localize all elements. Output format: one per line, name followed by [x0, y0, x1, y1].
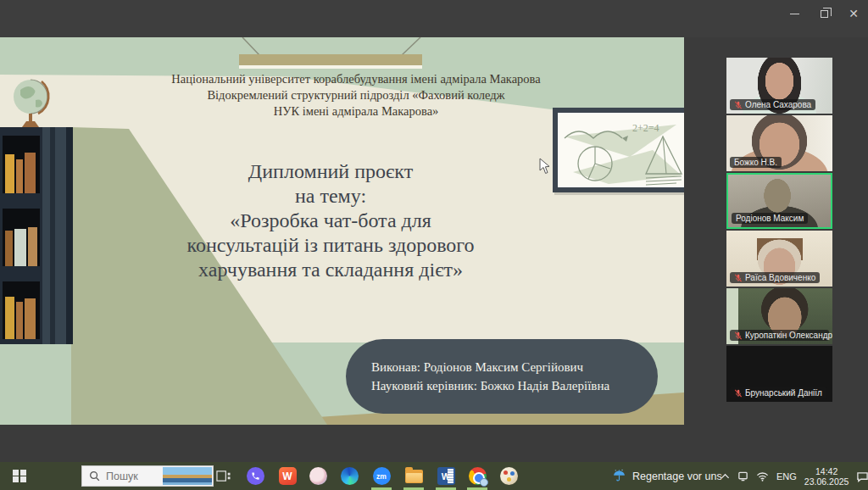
participant-tile[interactable]: Олена Сахарова	[726, 58, 832, 114]
word-taskbar-button[interactable]: W	[430, 462, 462, 490]
chrome-profile-badge	[480, 478, 488, 487]
edge-taskbar-button[interactable]	[333, 462, 365, 490]
clock[interactable]: 14:42 23.06.2025	[804, 466, 849, 487]
credit-line: Науковий керівник: Божко Надія Валеріївн…	[371, 379, 658, 393]
minimize-icon[interactable]	[780, 2, 809, 25]
wps-office-icon: W	[279, 467, 297, 485]
edge-icon	[341, 467, 359, 485]
whiteboard-formula: 2+2=4	[632, 122, 659, 134]
title-line: Дипломний проєкт	[0, 159, 661, 184]
bookshelf-row	[3, 281, 40, 339]
university-header: Національний університет кораблебудуванн…	[25, 71, 684, 120]
wifi-icon[interactable]	[756, 471, 769, 482]
participant-name: Куропаткін Олександр	[745, 331, 832, 340]
muted-mic-icon	[734, 101, 743, 109]
paint-taskbar-button[interactable]	[492, 462, 525, 490]
participant-nametag: Куропаткін Олександр	[730, 330, 829, 341]
shared-screen-slide: 2+2=4 Національний університет кораблебу…	[0, 37, 684, 425]
participant-name: Олена Сахарова	[745, 100, 811, 109]
clock-date: 23.06.2025	[804, 476, 849, 487]
weather-label: Regentage vor uns	[632, 471, 722, 482]
participant-tile[interactable]: Божко Н.В.	[726, 115, 832, 171]
participant-nametag: Олена Сахарова	[730, 99, 815, 110]
participant-nametag: Божко Н.В.	[730, 157, 782, 168]
windows-taskbar: W zm W	[0, 462, 868, 490]
file-explorer-icon	[405, 470, 423, 483]
weather-widget[interactable]: Regentage vor uns	[612, 462, 722, 490]
credit-line: Виконав: Родіонов Максим Сергійович	[371, 360, 658, 375]
participant-tile[interactable]: Куропаткін Олександр	[726, 288, 832, 344]
participant-tile[interactable]: Раїса Вдовиченко	[726, 231, 832, 287]
credits-pill: Виконав: Родіонов Максим Сергійович Наук…	[346, 339, 658, 414]
title-line: харчування та складання дієт»	[0, 258, 661, 282]
search-highlight-image[interactable]	[163, 467, 212, 485]
participant-nametag: Брунарський Даніїл	[730, 387, 826, 398]
participants-panel: Олена Сахарова Божко Н.В. Родіонов Макси…	[726, 58, 832, 402]
chrome-icon	[469, 467, 487, 485]
restore-down-icon[interactable]	[810, 2, 838, 25]
taskbar-search-box[interactable]	[81, 465, 214, 487]
wps-office-taskbar-button[interactable]: W	[271, 462, 303, 490]
participant-nametag: Родіонов Максим	[732, 213, 808, 224]
mouse-cursor	[539, 158, 551, 175]
university-line: Національний університет кораблебудуванн…	[25, 71, 684, 87]
language-indicator[interactable]: ENG	[776, 471, 797, 482]
paint-palette-icon	[500, 467, 518, 485]
zoom-icon: zm	[373, 467, 391, 485]
university-line: НУК імені адмірала Макарова»	[25, 103, 684, 120]
participant-name: Раїса Вдовиченко	[745, 273, 815, 282]
title-line: консультацій із питань здорового	[0, 233, 661, 258]
participant-tile-active-speaker[interactable]: Родіонов Максим	[726, 173, 832, 229]
tray-chevron-up-icon[interactable]	[721, 473, 730, 480]
participant-name: Брунарський Даніїл	[745, 388, 822, 398]
word-icon: W	[437, 467, 455, 485]
task-view-icon	[215, 469, 231, 483]
muted-mic-icon	[734, 274, 743, 282]
zoom-taskbar-button[interactable]: zm	[365, 462, 398, 490]
title-line: «Розробка чат-бота для	[0, 209, 661, 233]
system-tray: ENG 14:42 23.06.2025	[721, 462, 868, 490]
slide-title: Дипломний проєкт на тему: «Розробка чат-…	[0, 159, 661, 282]
task-view-button[interactable]	[207, 462, 239, 490]
participant-nametag: Раїса Вдовиченко	[730, 272, 820, 283]
windows-logo-icon	[13, 470, 26, 483]
meeting-window: ✕	[0, 0, 868, 490]
viber-taskbar-button[interactable]	[239, 462, 271, 490]
weather-umbrella-icon	[612, 469, 626, 483]
close-icon[interactable]: ✕	[839, 2, 868, 25]
chrome-taskbar-button[interactable]	[461, 462, 493, 490]
university-line: Відокремлений структурний підрозділ «Фах…	[25, 87, 684, 103]
muted-mic-icon	[734, 389, 743, 398]
tray-device-icon[interactable]	[737, 471, 748, 482]
muted-mic-icon	[734, 331, 743, 340]
participant-name: Родіонов Максим	[736, 214, 804, 223]
app-taskbar-button[interactable]	[302, 462, 334, 490]
word-doc-page	[448, 469, 453, 483]
viber-icon	[247, 467, 264, 485]
notification-center-icon[interactable]	[856, 471, 868, 482]
title-line: на тему:	[0, 184, 661, 209]
search-icon	[89, 471, 100, 482]
start-button[interactable]	[0, 462, 39, 490]
clock-time: 14:42	[804, 466, 849, 476]
participant-tile-camera-off[interactable]: Брунарський Даніїл	[726, 346, 832, 402]
pink-app-icon	[309, 467, 327, 485]
window-titlebar: ✕	[0, 0, 868, 37]
participant-name: Божко Н.В.	[734, 158, 777, 167]
ceiling-lamp-illustration	[229, 37, 432, 71]
file-explorer-taskbar-button[interactable]	[398, 462, 430, 490]
